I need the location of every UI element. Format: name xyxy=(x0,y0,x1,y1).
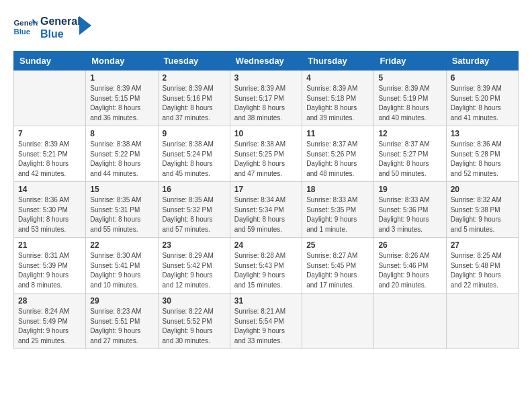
day-info: Sunrise: 8:33 AMSunset: 5:36 PMDaylight:… xyxy=(378,195,441,234)
day-info: Sunrise: 8:26 AMSunset: 5:46 PMDaylight:… xyxy=(378,251,441,290)
day-number: 17 xyxy=(234,185,298,194)
day-number: 27 xyxy=(451,240,514,250)
day-number: 4 xyxy=(306,73,369,83)
day-info: Sunrise: 8:31 AMSunset: 5:39 PMDaylight:… xyxy=(18,251,81,290)
day-number: 15 xyxy=(90,185,153,194)
day-info: Sunrise: 8:30 AMSunset: 5:41 PMDaylight:… xyxy=(90,251,153,290)
calendar-cell: 19Sunrise: 8:33 AMSunset: 5:36 PMDayligh… xyxy=(374,182,446,238)
page-container: General Blue General Blue SundayMondayTu… xyxy=(0,0,532,356)
day-info: Sunrise: 8:25 AMSunset: 5:48 PMDaylight:… xyxy=(451,251,514,290)
day-info: Sunrise: 8:37 AMSunset: 5:27 PMDaylight:… xyxy=(378,140,441,179)
day-number: 30 xyxy=(163,296,226,306)
calendar-cell: 10Sunrise: 8:38 AMSunset: 5:25 PMDayligh… xyxy=(230,126,302,182)
calendar-cell: 13Sunrise: 8:36 AMSunset: 5:28 PMDayligh… xyxy=(446,126,518,182)
day-info: Sunrise: 8:39 AMSunset: 5:18 PMDaylight:… xyxy=(306,84,369,123)
day-info: Sunrise: 8:39 AMSunset: 5:21 PMDaylight:… xyxy=(18,140,81,179)
calendar-cell: 6Sunrise: 8:39 AMSunset: 5:20 PMDaylight… xyxy=(446,71,518,126)
day-info: Sunrise: 8:39 AMSunset: 5:20 PMDaylight:… xyxy=(451,84,514,123)
day-number: 13 xyxy=(451,129,514,138)
day-info: Sunrise: 8:39 AMSunset: 5:17 PMDaylight:… xyxy=(234,84,298,123)
day-number: 11 xyxy=(306,129,369,138)
day-info: Sunrise: 8:36 AMSunset: 5:28 PMDaylight:… xyxy=(451,140,514,179)
day-number: 5 xyxy=(378,73,441,83)
day-number: 14 xyxy=(18,185,81,194)
day-number: 10 xyxy=(234,129,298,138)
column-header-tuesday: Tuesday xyxy=(158,52,230,71)
day-number: 9 xyxy=(163,129,226,138)
column-header-sunday: Sunday xyxy=(14,52,86,71)
logo-chevron-icon xyxy=(79,16,91,35)
day-info: Sunrise: 8:34 AMSunset: 5:34 PMDaylight:… xyxy=(234,195,298,234)
calendar-cell: 22Sunrise: 8:30 AMSunset: 5:41 PMDayligh… xyxy=(86,238,158,293)
column-header-saturday: Saturday xyxy=(446,52,518,71)
day-info: Sunrise: 8:39 AMSunset: 5:15 PMDaylight:… xyxy=(90,84,153,123)
day-info: Sunrise: 8:29 AMSunset: 5:42 PMDaylight:… xyxy=(163,251,226,290)
calendar-cell: 3Sunrise: 8:39 AMSunset: 5:17 PMDaylight… xyxy=(230,71,302,126)
day-number: 2 xyxy=(163,73,226,83)
column-header-wednesday: Wednesday xyxy=(230,52,302,71)
day-info: Sunrise: 8:36 AMSunset: 5:30 PMDaylight:… xyxy=(18,195,81,234)
day-info: Sunrise: 8:38 AMSunset: 5:25 PMDaylight:… xyxy=(234,140,298,179)
column-header-monday: Monday xyxy=(86,52,158,71)
calendar-cell: 9Sunrise: 8:38 AMSunset: 5:24 PMDaylight… xyxy=(158,126,230,182)
calendar-cell: 31Sunrise: 8:21 AMSunset: 5:54 PMDayligh… xyxy=(230,293,302,349)
calendar-cell: 2Sunrise: 8:39 AMSunset: 5:16 PMDaylight… xyxy=(158,71,230,126)
calendar-header-row: SundayMondayTuesdayWednesdayThursdayFrid… xyxy=(14,52,519,71)
logo: General Blue General Blue xyxy=(13,13,91,40)
column-header-thursday: Thursday xyxy=(302,52,374,71)
calendar-week-row: 1Sunrise: 8:39 AMSunset: 5:15 PMDaylight… xyxy=(14,71,519,126)
day-number: 24 xyxy=(234,240,298,250)
day-info: Sunrise: 8:23 AMSunset: 5:51 PMDaylight:… xyxy=(90,307,153,346)
day-number: 6 xyxy=(451,73,514,83)
calendar-week-row: 14Sunrise: 8:36 AMSunset: 5:30 PMDayligh… xyxy=(14,182,519,238)
day-info: Sunrise: 8:35 AMSunset: 5:31 PMDaylight:… xyxy=(90,195,153,234)
calendar-cell xyxy=(374,293,446,349)
svg-marker-3 xyxy=(79,16,91,35)
calendar-cell: 8Sunrise: 8:38 AMSunset: 5:22 PMDaylight… xyxy=(86,126,158,182)
day-number: 23 xyxy=(163,240,226,250)
day-number: 21 xyxy=(18,240,81,250)
day-info: Sunrise: 8:28 AMSunset: 5:43 PMDaylight:… xyxy=(234,251,298,290)
calendar-cell: 12Sunrise: 8:37 AMSunset: 5:27 PMDayligh… xyxy=(374,126,446,182)
calendar-cell: 21Sunrise: 8:31 AMSunset: 5:39 PMDayligh… xyxy=(14,238,86,293)
calendar-cell xyxy=(302,293,374,349)
day-info: Sunrise: 8:38 AMSunset: 5:22 PMDaylight:… xyxy=(90,140,153,179)
calendar-cell: 26Sunrise: 8:26 AMSunset: 5:46 PMDayligh… xyxy=(374,238,446,293)
day-number: 8 xyxy=(90,129,153,138)
day-info: Sunrise: 8:22 AMSunset: 5:52 PMDaylight:… xyxy=(163,307,226,346)
calendar-cell: 29Sunrise: 8:23 AMSunset: 5:51 PMDayligh… xyxy=(86,293,158,349)
logo-icon: General Blue xyxy=(13,17,38,36)
day-info: Sunrise: 8:38 AMSunset: 5:24 PMDaylight:… xyxy=(163,140,226,179)
day-number: 22 xyxy=(90,240,153,250)
logo-blue: Blue xyxy=(40,28,81,40)
day-number: 25 xyxy=(306,240,369,250)
calendar-cell: 15Sunrise: 8:35 AMSunset: 5:31 PMDayligh… xyxy=(86,182,158,238)
day-info: Sunrise: 8:24 AMSunset: 5:49 PMDaylight:… xyxy=(18,307,81,346)
calendar-cell: 16Sunrise: 8:35 AMSunset: 5:32 PMDayligh… xyxy=(158,182,230,238)
day-number: 7 xyxy=(18,129,81,138)
calendar-cell xyxy=(446,293,518,349)
day-info: Sunrise: 8:39 AMSunset: 5:19 PMDaylight:… xyxy=(378,84,441,123)
calendar-cell: 25Sunrise: 8:27 AMSunset: 5:45 PMDayligh… xyxy=(302,238,374,293)
calendar-cell: 23Sunrise: 8:29 AMSunset: 5:42 PMDayligh… xyxy=(158,238,230,293)
day-number: 18 xyxy=(306,185,369,194)
day-info: Sunrise: 8:35 AMSunset: 5:32 PMDaylight:… xyxy=(163,195,226,234)
calendar-cell: 14Sunrise: 8:36 AMSunset: 5:30 PMDayligh… xyxy=(14,182,86,238)
day-number: 31 xyxy=(234,296,298,306)
calendar-cell xyxy=(14,71,86,126)
svg-text:Blue: Blue xyxy=(14,28,31,36)
day-number: 3 xyxy=(234,73,298,83)
calendar-cell: 1Sunrise: 8:39 AMSunset: 5:15 PMDaylight… xyxy=(86,71,158,126)
calendar-cell: 24Sunrise: 8:28 AMSunset: 5:43 PMDayligh… xyxy=(230,238,302,293)
calendar-cell: 5Sunrise: 8:39 AMSunset: 5:19 PMDaylight… xyxy=(374,71,446,126)
column-header-friday: Friday xyxy=(374,52,446,71)
calendar-cell: 27Sunrise: 8:25 AMSunset: 5:48 PMDayligh… xyxy=(446,238,518,293)
calendar-cell: 4Sunrise: 8:39 AMSunset: 5:18 PMDaylight… xyxy=(302,71,374,126)
day-info: Sunrise: 8:33 AMSunset: 5:35 PMDaylight:… xyxy=(306,195,369,234)
day-number: 28 xyxy=(18,296,81,306)
day-number: 20 xyxy=(451,185,514,194)
calendar-week-row: 7Sunrise: 8:39 AMSunset: 5:21 PMDaylight… xyxy=(14,126,519,182)
calendar-cell: 7Sunrise: 8:39 AMSunset: 5:21 PMDaylight… xyxy=(14,126,86,182)
day-number: 12 xyxy=(378,129,441,138)
calendar-week-row: 21Sunrise: 8:31 AMSunset: 5:39 PMDayligh… xyxy=(14,238,519,293)
